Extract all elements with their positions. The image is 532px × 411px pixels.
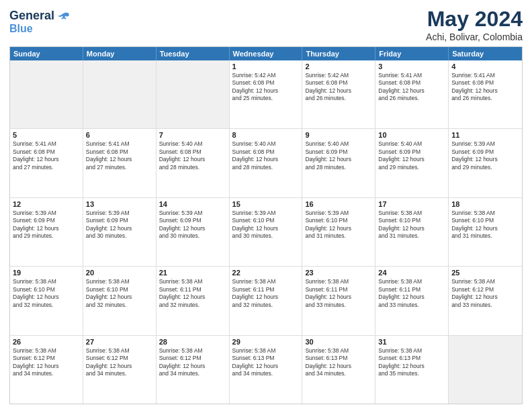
- day-info: Sunrise: 5:38 AM Sunset: 6:11 PM Dayligh…: [159, 278, 226, 309]
- day-number: 12: [13, 200, 80, 208]
- day-info: Sunrise: 5:38 AM Sunset: 6:10 PM Dayligh…: [378, 210, 445, 240]
- day-number: 4: [451, 62, 519, 71]
- calendar: Sunday Monday Tuesday Wednesday Thursday…: [9, 46, 523, 404]
- calendar-cell: 12Sunrise: 5:39 AM Sunset: 6:09 PM Dayli…: [10, 198, 83, 266]
- title-block: May 2024 Achi, Bolivar, Colombia: [426, 7, 523, 42]
- page: General Blue May 2024 Achi, Bolivar, Col…: [0, 0, 532, 411]
- header-tuesday: Tuesday: [157, 47, 230, 60]
- day-number: 5: [13, 131, 80, 139]
- logo: General Blue: [9, 9, 71, 35]
- day-number: 27: [86, 338, 153, 346]
- day-number: 25: [451, 269, 519, 277]
- calendar-cell: [449, 336, 522, 404]
- day-number: 17: [378, 200, 445, 208]
- calendar-cell: 13Sunrise: 5:39 AM Sunset: 6:09 PM Dayli…: [83, 198, 157, 266]
- calendar-cell: 25Sunrise: 5:38 AM Sunset: 6:12 PM Dayli…: [449, 267, 522, 334]
- day-number: 3: [378, 62, 445, 71]
- day-number: 15: [232, 200, 300, 208]
- calendar-cell: 22Sunrise: 5:38 AM Sunset: 6:11 PM Dayli…: [230, 267, 303, 334]
- calendar-week-2: 5Sunrise: 5:41 AM Sunset: 6:08 PM Daylig…: [10, 129, 522, 197]
- calendar-cell: 29Sunrise: 5:38 AM Sunset: 6:13 PM Dayli…: [230, 336, 303, 404]
- logo-text: General: [9, 9, 54, 23]
- day-info: Sunrise: 5:42 AM Sunset: 6:08 PM Dayligh…: [232, 72, 300, 103]
- calendar-cell: 8Sunrise: 5:40 AM Sunset: 6:08 PM Daylig…: [230, 129, 303, 197]
- day-info: Sunrise: 5:39 AM Sunset: 6:10 PM Dayligh…: [232, 210, 300, 240]
- day-number: 30: [305, 338, 372, 346]
- header: General Blue May 2024 Achi, Bolivar, Col…: [9, 7, 523, 42]
- day-info: Sunrise: 5:38 AM Sunset: 6:12 PM Dayligh…: [13, 347, 80, 378]
- calendar-cell: 17Sunrise: 5:38 AM Sunset: 6:10 PM Dayli…: [375, 198, 449, 266]
- calendar-cell: 10Sunrise: 5:40 AM Sunset: 6:09 PM Dayli…: [375, 129, 449, 197]
- day-info: Sunrise: 5:38 AM Sunset: 6:10 PM Dayligh…: [451, 210, 519, 240]
- calendar-cell: 3Sunrise: 5:41 AM Sunset: 6:08 PM Daylig…: [375, 60, 449, 128]
- day-number: 22: [232, 269, 300, 277]
- calendar-cell: 23Sunrise: 5:38 AM Sunset: 6:11 PM Dayli…: [302, 267, 375, 334]
- day-info: Sunrise: 5:38 AM Sunset: 6:11 PM Dayligh…: [232, 278, 300, 309]
- day-info: Sunrise: 5:38 AM Sunset: 6:11 PM Dayligh…: [378, 278, 445, 309]
- calendar-cell: 20Sunrise: 5:38 AM Sunset: 6:10 PM Dayli…: [83, 267, 157, 334]
- day-info: Sunrise: 5:39 AM Sunset: 6:09 PM Dayligh…: [451, 140, 519, 171]
- day-number: 24: [378, 269, 445, 277]
- day-info: Sunrise: 5:41 AM Sunset: 6:08 PM Dayligh…: [86, 140, 153, 171]
- day-number: 29: [232, 338, 300, 346]
- calendar-cell: 24Sunrise: 5:38 AM Sunset: 6:11 PM Dayli…: [375, 267, 449, 334]
- calendar-cell: 11Sunrise: 5:39 AM Sunset: 6:09 PM Dayli…: [449, 129, 522, 197]
- day-info: Sunrise: 5:41 AM Sunset: 6:08 PM Dayligh…: [378, 72, 445, 103]
- header-friday: Friday: [375, 47, 449, 60]
- day-info: Sunrise: 5:38 AM Sunset: 6:13 PM Dayligh…: [378, 347, 445, 378]
- day-info: Sunrise: 5:40 AM Sunset: 6:09 PM Dayligh…: [378, 140, 445, 171]
- day-info: Sunrise: 5:41 AM Sunset: 6:08 PM Dayligh…: [451, 72, 519, 103]
- day-number: 26: [13, 338, 80, 346]
- day-info: Sunrise: 5:38 AM Sunset: 6:10 PM Dayligh…: [86, 278, 153, 309]
- day-info: Sunrise: 5:42 AM Sunset: 6:08 PM Dayligh…: [305, 72, 372, 103]
- calendar-cell: 28Sunrise: 5:38 AM Sunset: 6:12 PM Dayli…: [157, 336, 230, 404]
- calendar-cell: 30Sunrise: 5:38 AM Sunset: 6:13 PM Dayli…: [302, 336, 375, 404]
- calendar-body: 1Sunrise: 5:42 AM Sunset: 6:08 PM Daylig…: [10, 60, 522, 404]
- day-info: Sunrise: 5:38 AM Sunset: 6:12 PM Dayligh…: [86, 347, 153, 378]
- day-number: 11: [451, 131, 519, 139]
- day-info: Sunrise: 5:40 AM Sunset: 6:08 PM Dayligh…: [232, 140, 300, 171]
- day-number: 6: [86, 131, 153, 139]
- day-info: Sunrise: 5:38 AM Sunset: 6:10 PM Dayligh…: [13, 278, 80, 309]
- calendar-week-5: 26Sunrise: 5:38 AM Sunset: 6:12 PM Dayli…: [10, 336, 522, 404]
- calendar-cell: 4Sunrise: 5:41 AM Sunset: 6:08 PM Daylig…: [449, 60, 522, 128]
- logo-blue-text: Blue: [9, 23, 33, 34]
- main-title: May 2024: [426, 7, 523, 32]
- calendar-cell: 14Sunrise: 5:39 AM Sunset: 6:09 PM Dayli…: [157, 198, 230, 266]
- day-info: Sunrise: 5:38 AM Sunset: 6:12 PM Dayligh…: [159, 347, 226, 378]
- header-thursday: Thursday: [302, 47, 375, 60]
- calendar-week-3: 12Sunrise: 5:39 AM Sunset: 6:09 PM Dayli…: [10, 198, 522, 267]
- logo-bird-icon: [57, 9, 71, 23]
- calendar-header: Sunday Monday Tuesday Wednesday Thursday…: [10, 47, 522, 60]
- day-number: 1: [232, 62, 300, 71]
- calendar-cell: 21Sunrise: 5:38 AM Sunset: 6:11 PM Dayli…: [157, 267, 230, 334]
- calendar-cell: 7Sunrise: 5:40 AM Sunset: 6:08 PM Daylig…: [157, 129, 230, 197]
- calendar-cell: 18Sunrise: 5:38 AM Sunset: 6:10 PM Dayli…: [449, 198, 522, 266]
- calendar-cell: 27Sunrise: 5:38 AM Sunset: 6:12 PM Dayli…: [83, 336, 157, 404]
- subtitle: Achi, Bolivar, Colombia: [426, 32, 523, 42]
- day-number: 18: [451, 200, 519, 208]
- day-info: Sunrise: 5:38 AM Sunset: 6:12 PM Dayligh…: [451, 278, 519, 309]
- day-number: 31: [378, 338, 445, 346]
- calendar-week-1: 1Sunrise: 5:42 AM Sunset: 6:08 PM Daylig…: [10, 60, 522, 129]
- day-info: Sunrise: 5:39 AM Sunset: 6:09 PM Dayligh…: [159, 210, 226, 240]
- header-wednesday: Wednesday: [230, 47, 303, 60]
- day-info: Sunrise: 5:39 AM Sunset: 6:09 PM Dayligh…: [13, 210, 80, 240]
- day-number: 10: [378, 131, 445, 139]
- day-info: Sunrise: 5:39 AM Sunset: 6:09 PM Dayligh…: [86, 210, 153, 240]
- calendar-cell: 31Sunrise: 5:38 AM Sunset: 6:13 PM Dayli…: [375, 336, 449, 404]
- day-info: Sunrise: 5:38 AM Sunset: 6:11 PM Dayligh…: [305, 278, 372, 309]
- day-info: Sunrise: 5:41 AM Sunset: 6:08 PM Dayligh…: [13, 140, 80, 171]
- calendar-cell: 15Sunrise: 5:39 AM Sunset: 6:10 PM Dayli…: [230, 198, 303, 266]
- calendar-week-4: 19Sunrise: 5:38 AM Sunset: 6:10 PM Dayli…: [10, 267, 522, 335]
- day-number: 7: [159, 131, 226, 139]
- calendar-cell: 16Sunrise: 5:39 AM Sunset: 6:10 PM Dayli…: [302, 198, 375, 266]
- day-number: 16: [305, 200, 372, 208]
- day-info: Sunrise: 5:38 AM Sunset: 6:13 PM Dayligh…: [232, 347, 300, 378]
- calendar-cell: 5Sunrise: 5:41 AM Sunset: 6:08 PM Daylig…: [10, 129, 83, 197]
- day-number: 14: [159, 200, 226, 208]
- day-number: 23: [305, 269, 372, 277]
- day-info: Sunrise: 5:39 AM Sunset: 6:10 PM Dayligh…: [305, 210, 372, 240]
- day-number: 13: [86, 200, 153, 208]
- calendar-cell: 9Sunrise: 5:40 AM Sunset: 6:09 PM Daylig…: [302, 129, 375, 197]
